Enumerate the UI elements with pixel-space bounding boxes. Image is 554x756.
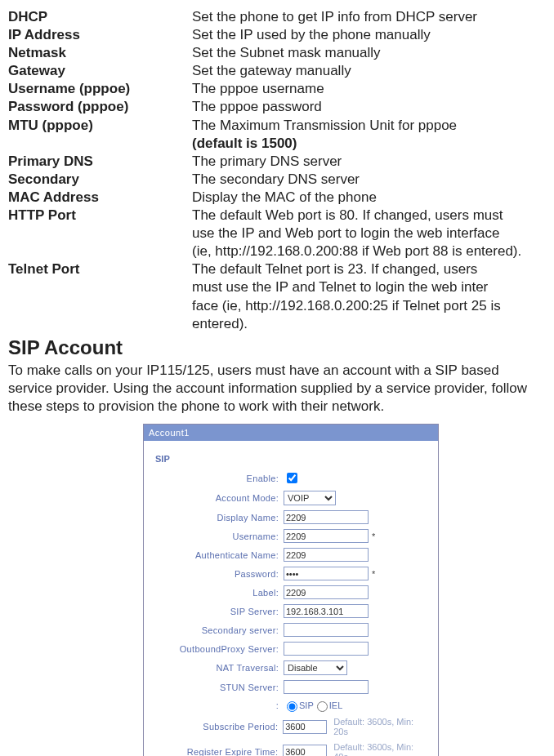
def-desc: The primary DNS server [192,153,546,171]
sip-proto-radio[interactable] [287,701,297,712]
outbound-proxy-input[interactable] [284,642,369,656]
sip-section-label: SIP [155,454,430,464]
def-desc: face (ie, http://192.168.0.200:25 if Tel… [192,297,546,315]
panel-title: Account1 [144,425,438,441]
account-mode-select[interactable]: VOIP [284,491,336,505]
def-term: MTU (pppoe) [8,117,192,135]
outbound-proxy-label: OutboundProxy Server: [152,644,284,654]
sip-server-label: SIP Server: [152,607,284,616]
def-term [8,225,192,242]
def-term: IP Address [8,26,192,44]
password-label: Password: [152,569,284,579]
def-term: Netmask [8,44,192,62]
def-desc: The default Web port is 80. If changed, … [192,207,546,225]
def-desc: use the IP and Web port to login the web… [192,225,546,242]
def-desc: The default Telnet port is 23. If change… [192,260,546,278]
account-mode-label: Account Mode: [152,493,284,503]
def-term [8,278,192,296]
def-desc: Set the Subnet mask manually [192,44,546,62]
def-term [8,242,192,260]
required-star: * [372,569,375,579]
iel-radio-label: IEL [329,700,343,710]
subscribe-hint: Default: 3600s, Min: 20s [333,717,430,736]
def-term: Primary DNS [8,153,192,171]
def-term: Password (pppoe) [8,98,192,116]
stun-server-input[interactable] [284,680,369,694]
def-desc: must use the IP and Telnet to login the … [192,278,546,296]
secondary-server-label: Secondary server: [152,625,284,635]
def-term: Gateway [8,62,192,80]
register-hint: Default: 3600s, Min: 40s [333,742,430,756]
auth-name-label: Authenticate Name: [152,550,284,560]
subscribe-period-label: Subscribe Period: [152,722,283,732]
def-desc: The secondary DNS server [192,171,546,189]
def-term: Telnet Port [8,260,192,278]
section-heading: SIP Account [8,335,546,360]
stun-server-label: STUN Server: [152,683,284,692]
def-desc: entered). [192,315,546,333]
username-input[interactable] [284,529,369,543]
def-term [8,297,192,315]
def-desc: Set the gateway manually [192,62,546,80]
sip-server-input[interactable] [284,604,369,618]
def-term: DHCP [8,8,192,26]
definitions-list: DHCPSet the phone to get IP info from DH… [8,8,546,333]
label-input[interactable] [284,585,369,599]
secondary-server-input[interactable] [284,623,369,637]
nat-traversal-select[interactable]: Disable [284,660,347,675]
required-star: * [372,531,375,541]
def-term [8,315,192,333]
display-name-label: Display Name: [152,513,284,523]
def-desc: Display the MAC of the phone [192,189,546,207]
proto-label: : [152,700,284,710]
def-desc: The pppoe password [192,98,546,116]
def-term: MAC Address [8,189,192,207]
username-label: Username: [152,531,284,541]
def-term: Secondary [8,171,192,189]
enable-label: Enable: [152,474,284,483]
register-expire-input[interactable] [283,745,327,756]
def-desc: Set the phone to get IP info from DHCP s… [192,8,546,26]
password-input[interactable] [284,567,369,580]
iel-proto-radio[interactable] [317,701,328,712]
auth-name-input[interactable] [284,548,369,562]
def-desc: (ie, http://192.168.0.200:88 if Web port… [192,242,546,260]
def-term: HTTP Port [8,207,192,225]
def-term: Username (pppoe) [8,80,192,98]
label-label: Label: [152,588,284,598]
def-desc: The pppoe username [192,80,546,98]
def-desc: Set the IP used by the phone manually [192,26,546,44]
def-term [8,135,192,153]
register-expire-label: Register Expire Time: [152,747,283,756]
display-name-input[interactable] [284,510,369,524]
enable-checkbox[interactable] [287,473,297,483]
account-panel: Account1 SIP Enable: Account Mode: VOIP … [143,424,439,756]
nat-traversal-label: NAT Traversal: [152,663,284,673]
sip-radio-label: SIP [299,700,314,710]
intro-text: To make calls on your IP115/125, users m… [8,362,546,416]
subscribe-period-input[interactable] [283,720,327,734]
def-desc: The Maximum Transmission Unit for pppoe [192,117,546,135]
def-desc: (default is 1500) [192,135,546,153]
